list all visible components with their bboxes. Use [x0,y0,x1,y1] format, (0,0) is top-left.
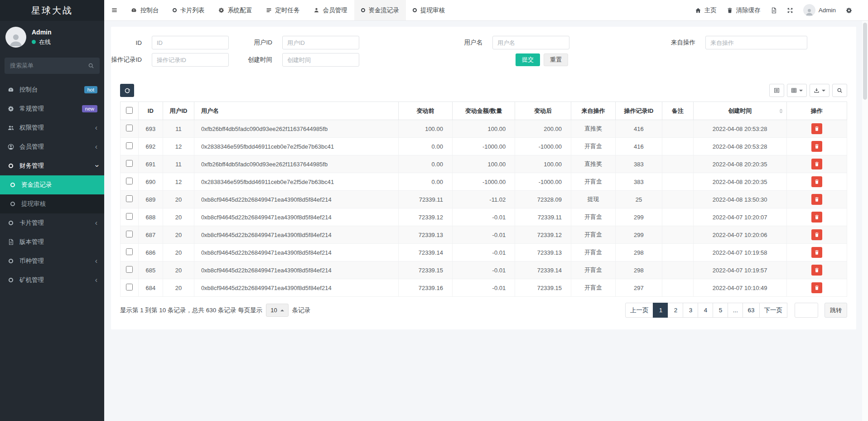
row-checkbox[interactable] [126,213,133,220]
row-checkbox[interactable] [126,231,133,237]
delete-button[interactable] [811,265,822,276]
submit-button[interactable]: 提交 [516,53,540,66]
user-id-input[interactable] [282,36,359,49]
search-toggle-button[interactable] [832,84,847,97]
sidebar-item-label: 卡片管理 [19,219,90,227]
page-size-select[interactable]: 10 [266,304,288,317]
username-label: 用户名 [359,39,492,47]
cell-id: 687 [138,226,163,244]
refresh-button[interactable] [120,84,134,97]
delete-button[interactable] [811,229,822,240]
tab-card-list[interactable]: 卡片列表 [166,0,212,20]
cell-created: 2022-04-08 13:50:30 [693,191,786,208]
page-link[interactable]: 下一页 [759,303,788,318]
sidebar-item-version[interactable]: 版本管理 [0,232,104,252]
sidebar-item-miner[interactable]: 矿机管理 ‹ [0,271,104,290]
fullscreen-button[interactable] [782,0,798,20]
jump-button[interactable]: 跳转 [825,303,847,318]
username-input[interactable] [492,36,569,49]
search-placeholder: 搜索菜单 [10,62,88,70]
page-link[interactable]: 63 [743,303,759,318]
sidebar-item-currency[interactable]: 币种管理 ‹ [0,252,104,271]
home-button[interactable]: 主页 [690,0,722,20]
reset-button[interactable]: 重置 [544,53,568,66]
row-checkbox[interactable] [126,284,133,290]
sidebar-toggle-button[interactable] [104,0,124,20]
row-checkbox[interactable] [126,248,133,255]
cell-before: 0.00 [399,155,453,173]
sidebar-item-finance[interactable]: 财务管理 ‹ [0,156,104,175]
delete-button[interactable] [811,282,822,293]
cell-from: 开盲盒 [571,261,615,279]
tab-scheduled-tasks[interactable]: 定时任务 [259,0,307,20]
sidebar-item-console[interactable]: 控制台 hot [0,80,104,99]
card-view-button[interactable] [769,84,784,97]
pagination: 上一页 1 2 3 4 5 [625,303,847,318]
record-id-input[interactable] [152,53,229,67]
row-checkbox[interactable] [126,266,133,273]
sidebar-item-permission[interactable]: 权限管理 ‹ [0,118,104,137]
tab-system-config[interactable]: 系统配置 [212,0,259,20]
sidebar-item-card[interactable]: 卡片管理 ‹ [0,213,104,232]
select-all-checkbox[interactable] [126,107,133,114]
sidebar-item-label: 会员管理 [19,143,90,151]
cell-amount: -0.01 [452,244,515,261]
sidebar-item-general[interactable]: 常规管理 new [0,99,104,118]
page-link[interactable]: 5 [713,303,728,318]
search-icon[interactable] [88,63,94,69]
table-row: 690 12 0x2838346e595fbdd46911ceb0e7e2f5d… [121,173,847,191]
page-link[interactable]: 1 [653,303,668,318]
tab-fundflow[interactable]: 资金流记录 [354,0,406,20]
page-item: 上一页 [625,303,654,318]
page-link[interactable]: 3 [683,303,698,318]
settings-button[interactable] [841,0,857,20]
tab-member[interactable]: 会员管理 [307,0,354,20]
row-checkbox[interactable] [126,178,133,184]
cell-username: 0x2838346e595fbdd46911ceb0e7e2f5de7b63bc… [194,138,398,155]
delete-button[interactable] [811,123,822,134]
clear-cache-button[interactable]: 清除缓存 [722,0,766,20]
page-link[interactable]: ... [728,303,743,318]
delete-button[interactable] [811,159,822,169]
row-checkbox[interactable] [126,195,133,202]
trash-icon [814,126,820,131]
row-checkbox[interactable] [126,125,133,131]
delete-button[interactable] [811,212,822,223]
col-created[interactable]: 创建时间 [693,102,786,120]
row-checkbox[interactable] [126,160,133,167]
from-op-input[interactable] [705,36,807,49]
sidebar-item-member[interactable]: 会员管理 ‹ [0,137,104,156]
columns-button[interactable] [787,84,807,97]
sidebar-item-fundflow[interactable]: 资金流记录 [0,175,104,194]
tab-withdraw-audit[interactable]: 提现审核 [406,0,452,20]
col-user-id: 用户ID [163,102,194,120]
sidebar-item-withdraw-audit[interactable]: 提现审核 [0,194,104,213]
scrollbar-track[interactable] [862,21,868,421]
export-button[interactable] [810,84,829,97]
cell-after: 72339.13 [515,244,571,261]
doc-button[interactable] [766,0,782,20]
refresh-icon [124,87,130,94]
delete-button[interactable] [811,194,822,205]
user-menu[interactable]: Admin [798,0,841,20]
cell-username: 0xb8cf94645d22b268499471ea4390f8d5f84ef2… [194,191,398,208]
cell-remark [662,208,693,226]
row-checkbox[interactable] [126,142,133,149]
chevron-left-icon: ‹ [95,276,97,284]
gauge-icon [131,7,137,13]
delete-button[interactable] [811,176,822,187]
scrollbar-thumb[interactable] [863,23,867,100]
page-link[interactable]: 2 [668,303,683,318]
cell-record-id: 297 [615,279,662,297]
cell-amount: 100.00 [452,120,515,138]
delete-button[interactable] [811,247,822,258]
created-input[interactable] [282,53,359,67]
id-input[interactable] [152,36,229,49]
sidebar-search-input[interactable]: 搜索菜单 [5,58,100,74]
tab-console[interactable]: 控制台 [124,0,166,20]
trash-icon [814,285,820,290]
page-link[interactable]: 4 [698,303,713,318]
jump-page-input[interactable] [795,303,818,318]
page-link[interactable]: 上一页 [625,303,654,318]
delete-button[interactable] [811,141,822,152]
